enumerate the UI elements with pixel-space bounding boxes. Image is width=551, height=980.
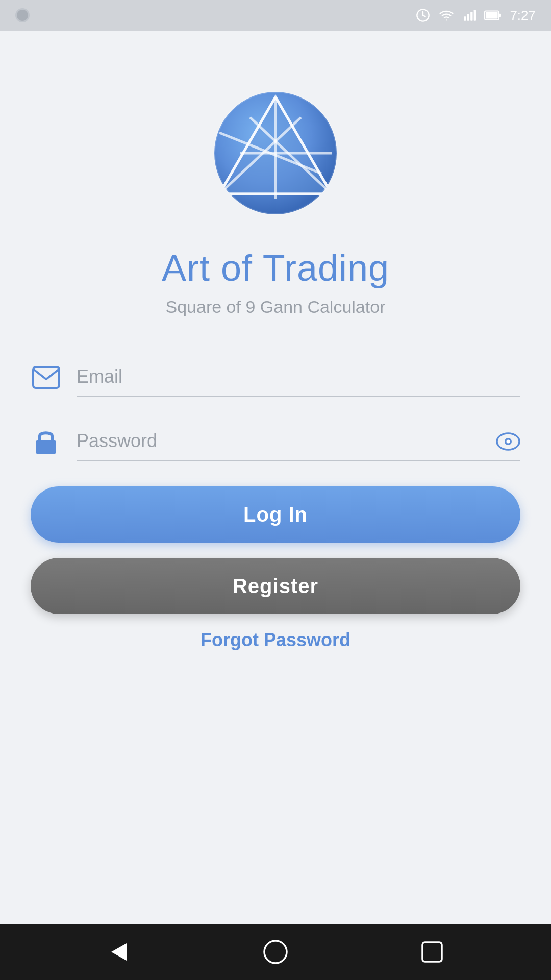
status-time: 7:27 <box>510 8 536 23</box>
app-subtitle: Square of 9 Gann Calculator <box>166 297 386 317</box>
svg-rect-7 <box>486 12 498 19</box>
email-input-row <box>31 358 520 397</box>
forgot-password-link[interactable]: Forgot Password <box>31 629 520 651</box>
wifi-icon <box>438 8 455 22</box>
status-dot-icon <box>15 8 30 22</box>
register-button[interactable]: Register <box>31 558 520 614</box>
app-name: Art of Trading <box>162 247 389 289</box>
password-input[interactable] <box>77 422 520 461</box>
password-input-wrapper <box>77 422 520 461</box>
svg-point-26 <box>264 941 287 963</box>
signal-icon <box>463 8 476 22</box>
svg-rect-20 <box>33 367 59 388</box>
status-bar-right: 7:27 <box>416 8 536 23</box>
svg-rect-2 <box>467 14 469 21</box>
clock-icon <box>416 8 430 22</box>
home-button[interactable] <box>258 934 293 970</box>
bottom-nav <box>0 924 551 980</box>
svg-marker-25 <box>111 943 127 961</box>
app-logo <box>209 87 342 219</box>
email-input-wrapper <box>77 358 520 397</box>
password-input-row <box>31 422 520 461</box>
svg-rect-3 <box>471 12 473 21</box>
recents-button[interactable] <box>414 934 450 970</box>
battery-icon <box>484 8 502 22</box>
svg-point-24 <box>507 440 510 444</box>
status-bar-left <box>15 8 30 22</box>
svg-rect-1 <box>464 16 466 21</box>
logo-container <box>209 87 342 222</box>
lock-icon <box>31 426 61 457</box>
password-visibility-toggle[interactable] <box>496 429 520 454</box>
svg-rect-27 <box>422 942 442 962</box>
back-button[interactable] <box>101 934 137 970</box>
login-button[interactable]: Log In <box>31 486 520 543</box>
main-content: Art of Trading Square of 9 Gann Calculat… <box>0 31 551 924</box>
svg-rect-6 <box>499 14 501 17</box>
email-icon <box>31 362 61 393</box>
svg-rect-21 <box>36 440 56 454</box>
email-input[interactable] <box>77 358 520 397</box>
svg-rect-4 <box>474 10 476 21</box>
status-bar: 7:27 <box>0 0 551 31</box>
form-container: Log In Register Forgot Password <box>31 358 520 651</box>
